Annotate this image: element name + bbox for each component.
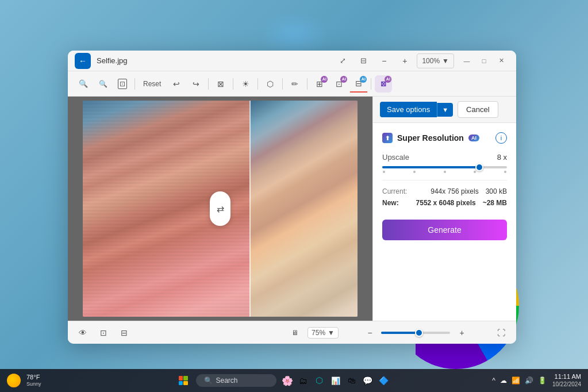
current-label: Current: <box>382 187 407 195</box>
upscale-value: 8 x <box>497 153 507 162</box>
undo-icon[interactable]: ↩ <box>168 75 185 93</box>
bottom-zoom-slider-fill <box>381 332 419 334</box>
info-icon[interactable]: i <box>495 132 507 144</box>
taskbar-extra-icon[interactable]: 🔷 <box>378 374 390 387</box>
clock-date: 10/22/2024 <box>552 381 581 388</box>
taskbar-search[interactable]: 🔍 Search <box>196 374 276 387</box>
eye-icon[interactable]: 👁 <box>75 325 91 341</box>
zoom-level-display: 100% ▼ <box>417 53 454 68</box>
upscale-slider[interactable] <box>382 166 507 168</box>
photo-container: ⇄ <box>83 101 358 317</box>
view-original-icon[interactable]: ⊡ <box>114 75 131 93</box>
monitor-icon[interactable]: 🖥 <box>287 325 303 341</box>
external-link-icon[interactable]: ⤢ <box>334 52 351 70</box>
taskbar-ms365-icon[interactable]: 📊 <box>329 374 342 387</box>
taskbar-app-icons: 🌸 🗂 ⬡ 📊 🛍 💬 🔷 <box>281 374 390 387</box>
taskbar-edge-icon[interactable]: ⬡ <box>313 374 326 387</box>
panel-content: ⬆ Super Resolution AI i Upscale 8 x <box>373 123 516 321</box>
brightness-icon[interactable]: ☀ <box>237 75 254 93</box>
upscale-row: Upscale 8 x <box>382 153 507 162</box>
zoom-select-chevron: ▼ <box>328 329 335 337</box>
zoom-out-bottom-icon[interactable]: − <box>362 325 378 341</box>
current-values: 944x 756 pixels 300 kB <box>431 187 507 195</box>
current-dimensions: 944x 756 pixels <box>431 187 478 195</box>
compare-ai-icon[interactable]: ⊠ AI <box>375 75 392 93</box>
info-divider <box>382 180 507 180</box>
taskbar-right: ^ ☁ 📶 🔊 🔋 11:11 AM 10/22/2024 <box>489 373 581 387</box>
close-button[interactable]: ✕ <box>493 54 509 68</box>
zoom-in-bottom-icon[interactable]: + <box>454 325 470 341</box>
new-label: New: <box>382 199 399 207</box>
split-divider <box>249 101 251 317</box>
battery-icon[interactable]: 🔋 <box>537 375 548 386</box>
zoom-select[interactable]: 75% ▼ <box>308 327 339 339</box>
split-handle[interactable]: ⇄ <box>210 191 230 226</box>
win-logo-yellow <box>183 381 188 386</box>
win-logo-red <box>179 376 183 381</box>
slider-dot-5 <box>504 171 506 173</box>
weather-temp: 78°F <box>26 374 41 381</box>
main-content: ⇄ Save options ▼ Cancel ⬆ Super R <box>68 97 516 321</box>
taskbar-store-icon[interactable]: 🛍 <box>345 374 358 387</box>
generate-button[interactable]: Generate <box>382 220 507 240</box>
fullscreen-icon[interactable]: ⛶ <box>493 325 509 341</box>
separator-7 <box>371 78 371 90</box>
current-size: 300 kB <box>486 187 507 195</box>
save-options-button[interactable]: Save options <box>380 102 437 117</box>
cloud-icon[interactable]: ☁ <box>499 375 508 386</box>
draw-icon[interactable]: ✏ <box>286 75 303 93</box>
separator-5 <box>282 78 283 90</box>
super-res-ai-icon[interactable]: ⊟ AI <box>350 75 367 93</box>
bg-remove-ai-icon[interactable]: ⊡ AI <box>330 75 348 93</box>
separator-4 <box>258 78 258 90</box>
save-dropdown-button[interactable]: ▼ <box>437 103 453 117</box>
zoom-percent: 75% <box>312 329 325 337</box>
zoom-in-icon[interactable]: 🔍 <box>75 75 92 93</box>
chevron-up-icon[interactable]: ^ <box>491 375 497 386</box>
bottom-zoom-slider-thumb[interactable] <box>415 329 423 337</box>
layers-icon[interactable]: ⊡ <box>95 325 112 341</box>
wifi-icon[interactable]: 📶 <box>510 375 521 386</box>
zoom-in-title-icon[interactable]: + <box>396 52 413 70</box>
taskbar-center: 🔍 Search 🌸 🗂 ⬡ 📊 🛍 💬 🔷 <box>76 372 489 389</box>
upscale-label: Upscale <box>382 153 409 162</box>
clock-time: 11:11 AM <box>555 373 581 381</box>
right-panel: Save options ▼ Cancel ⬆ Super Resolution… <box>372 97 516 321</box>
volume-icon[interactable]: 🔊 <box>524 375 535 386</box>
image-canvas-area[interactable]: ⇄ <box>68 97 372 321</box>
main-toolbar: 🔍 🔍 ⊡ Reset ↩ ↪ ⊠ ☀ ⬡ ✏ ⊞ AI ⊡ AI ⊟ AI <box>68 71 516 97</box>
search-text: Search <box>216 376 238 385</box>
zoom-slider-container: − + <box>343 325 489 341</box>
cancel-button[interactable]: Cancel <box>458 101 498 118</box>
maximize-button[interactable]: □ <box>476 54 492 68</box>
weather-description: Sunny <box>26 381 41 387</box>
back-button[interactable]: ← <box>75 53 91 69</box>
taskbar-flower-icon[interactable]: 🌸 <box>281 374 294 387</box>
split-view-icon[interactable]: ⊟ <box>116 325 132 341</box>
taskbar-teams-icon[interactable]: 💬 <box>362 374 374 387</box>
erase-ai-icon[interactable]: ⊞ AI <box>311 75 328 93</box>
windows-logo <box>179 376 188 385</box>
crop-icon[interactable]: ⊠ <box>212 75 229 93</box>
new-info-row: New: 7552 x 6048 pixels ~28 MB <box>382 199 507 207</box>
minimize-button[interactable]: — <box>459 54 475 68</box>
side-panel-icon[interactable]: ⊟ <box>355 52 372 70</box>
upscale-slider-thumb[interactable] <box>475 163 483 171</box>
photo-right-panel <box>249 101 358 317</box>
windows-start-button[interactable] <box>175 372 191 389</box>
bottom-zoom-slider[interactable] <box>381 332 450 334</box>
reset-button[interactable]: Reset <box>139 78 166 90</box>
filter-icon[interactable]: ⬡ <box>262 75 279 93</box>
system-tray-icons: ^ ☁ 📶 🔊 🔋 <box>491 375 548 386</box>
taskbar-files-icon[interactable]: 🗂 <box>297 374 310 387</box>
slider-dot-2 <box>413 171 416 173</box>
taskbar: 78°F Sunny 🔍 Search 🌸 🗂 ⬡ 📊 🛍 💬 🔷 <box>0 369 588 392</box>
separator-6 <box>307 78 308 90</box>
system-clock[interactable]: 11:11 AM 10/22/2024 <box>552 373 581 387</box>
zoom-out-title-icon[interactable]: − <box>375 52 393 70</box>
win-logo-blue <box>179 381 183 386</box>
zoom-out-icon[interactable]: 🔍 <box>94 75 112 93</box>
section-title-row: ⬆ Super Resolution AI i <box>382 132 507 144</box>
title-bar: ← Selfie.jpg ⤢ ⊟ − + 100% ▼ — □ ✕ <box>68 51 516 71</box>
redo-icon[interactable]: ↪ <box>187 75 205 93</box>
